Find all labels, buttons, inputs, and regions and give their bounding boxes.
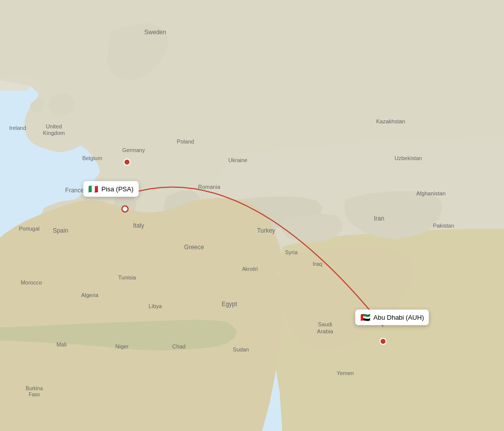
morocco-label: Morocco (21, 279, 42, 285)
germany-label: Germany (122, 147, 145, 153)
italy-label: Italy (133, 222, 144, 229)
burkina-faso-label2: Faso (29, 392, 40, 397)
tunisia-label: Tunisia (118, 274, 136, 280)
united-kingdom-label: United (46, 123, 62, 129)
libya-label: Libya (149, 303, 162, 309)
map-svg: Sweden United Kingdom Ireland Belgium Ge… (0, 0, 504, 431)
pisa-airport-card: 🇮🇹 Pisa (PSA) (83, 181, 139, 197)
turkey-label: Turkey (257, 227, 275, 234)
greece-label: Greece (184, 244, 204, 251)
route-midpoint (124, 159, 130, 165)
poland-label: Poland (177, 138, 194, 145)
akrotiri-label: Akrotiri (242, 266, 258, 272)
spain-label: Spain (53, 227, 69, 234)
chad-label: Chad (172, 343, 185, 349)
iraq-label: Iraq (313, 261, 323, 267)
belgium-label: Belgium (82, 155, 102, 161)
abu-dhabi-airport-label: Abu Dhabi (AUH) (373, 314, 424, 321)
france-label: France (65, 187, 84, 194)
ukraine-label: Ukraine (228, 157, 247, 163)
ireland-label: Ireland (9, 125, 26, 131)
saudi-arabia-label: Saudi (318, 321, 332, 327)
algeria-label: Algeria (81, 292, 99, 298)
mali-label: Mali (56, 341, 67, 347)
map-container: Sweden United Kingdom Ireland Belgium Ge… (0, 0, 504, 431)
niger-label: Niger (115, 343, 129, 349)
united-kingdom-label2: Kingdom (43, 130, 65, 136)
portugal-label: Portugal (19, 226, 40, 232)
abudhabi-dot (380, 338, 386, 344)
afghanistan-label: Afghanistan (416, 190, 446, 196)
kazakhstan-label: Kazakhstan (376, 118, 405, 124)
pakistan-label: Pakistan (433, 223, 454, 229)
abu-dhabi-flag: 🇦🇪 (360, 313, 370, 322)
iran-label: Iran (374, 215, 385, 222)
yemen-label: Yemen (337, 370, 354, 376)
pisa-airport-label: Pisa (PSA) (101, 185, 134, 193)
abu-dhabi-airport-card: 🇦🇪 Abu Dhabi (AUH) (355, 310, 429, 325)
uzbekistan-label: Uzbekistan (395, 155, 422, 161)
pisa-dot (122, 206, 128, 212)
burkina-faso-label: Burkina (26, 386, 43, 391)
pisa-flag: 🇮🇹 (88, 184, 98, 194)
saudi-arabia-label2: Arabia (317, 328, 334, 334)
egypt-label: Egypt (222, 301, 237, 308)
romania-label: Romania (198, 184, 221, 190)
sudan-label: Sudan (233, 346, 249, 352)
syria-label: Syria (285, 249, 298, 255)
sweden-label: Sweden (144, 29, 166, 36)
